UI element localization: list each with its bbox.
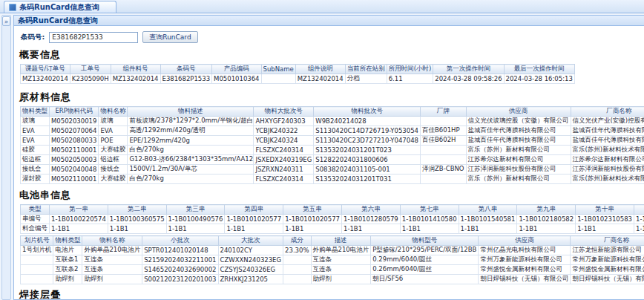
column-header[interactable]: 厂牌	[421, 107, 467, 117]
table-row[interactable]: 互联条1互连条S21592024032211001CZWXXN240323EG互…	[21, 255, 644, 265]
cell: 助焊剂	[53, 275, 82, 284]
column-header[interactable]: 组件说明	[295, 65, 345, 74]
column-header[interactable]: 所用时间(小时)	[387, 65, 433, 74]
column-header[interactable]: 供应商	[479, 236, 571, 246]
table-row[interactable]: 串编号1-1B01002205741-1B01003605751-1B01004…	[21, 215, 644, 224]
column-header[interactable]: 组件料号	[111, 65, 160, 74]
table-row[interactable]: 助焊剂助焊剂S00212023120201003ZRHXKJ231205助焊剂朝…	[21, 275, 644, 284]
cell: ZRHXKJ231205	[218, 275, 283, 284]
column-header[interactable]: 第一次操作时间	[433, 65, 504, 74]
cell: 1-1B1	[225, 224, 283, 234]
column-header[interactable]: 小批次	[142, 236, 218, 246]
column-header[interactable]: 物料名称	[82, 236, 142, 246]
cell: 江苏希尔达新材料有限公司	[466, 155, 571, 165]
column-header[interactable]: 物料类型	[21, 107, 50, 117]
panel-title: 条码RunCard信息查询	[18, 16, 98, 25]
table-row[interactable]: EVAM0502080033POEEPE/1292mm/420gYCBJK240…	[21, 136, 644, 146]
cell: 1-1B0101020577	[225, 215, 283, 224]
cell: S13532024031201T023	[314, 146, 421, 155]
column-header[interactable]: 物料批次号	[314, 107, 421, 117]
column-header[interactable]: 第四串	[225, 205, 283, 215]
table-row[interactable]: 接线盒M0502040048接线盒1500V/1.2m/30A/单芯JSZRXN…	[21, 165, 644, 175]
table-row[interactable]: 料盒编号1-1B11-1B11-1B11-1B11-1B11-1B11-1B11…	[21, 224, 644, 234]
column-header[interactable]: 第九串	[517, 205, 576, 215]
cell: 泽润ZB-CBNO	[421, 165, 467, 175]
column-header[interactable]: 物料描述	[128, 107, 254, 117]
column-header[interactable]: 第七串	[400, 205, 459, 215]
column-header[interactable]: 成分	[283, 236, 311, 246]
table-row[interactable]: 互联条2互连条S14652024032690002CZSYJS240326EG互…	[21, 265, 644, 275]
cell: 江苏龙恒新能源有限公司	[571, 246, 644, 255]
cell	[261, 74, 295, 84]
column-header[interactable]: 第三串	[166, 205, 225, 215]
column-header[interactable]: 供应商	[466, 107, 571, 117]
materials-table: 物料类型ERP物料代码物料名称物料描述物料大批次号物料批次号厂牌供应商厂商名称T…	[20, 106, 644, 184]
query-runcard-button[interactable]: 查询RunCard	[142, 31, 197, 43]
column-header[interactable]: 第十一串	[634, 205, 644, 215]
table-row[interactable]: MZ132402014K2305090HMZ132402014E381682P1…	[21, 74, 575, 84]
column-header[interactable]: 物料大批次号	[254, 107, 314, 117]
barcode-input[interactable]	[49, 32, 138, 43]
column-header[interactable]: SubName	[261, 65, 295, 74]
cell: S1130420C23D727210-Y047048	[314, 136, 421, 146]
column-header[interactable]: 大批次	[218, 236, 283, 246]
table-row[interactable]: EVAM0502070064EVA高透/1292mm/420g/透明YCBJK2…	[21, 126, 644, 136]
table-row[interactable]: 硅胶M0502110001大赛硅胶白色/270kgFLSZXC240314S13…	[21, 146, 644, 155]
tab-runcard-query[interactable]: 条码RunCard信息查询	[4, 1, 116, 13]
cell: 常州亿晶光电科技有限公司	[479, 246, 571, 255]
column-header[interactable]: 物料名称	[99, 107, 128, 117]
cell	[21, 275, 53, 284]
column-header[interactable]: 当前所在站别	[345, 65, 387, 74]
column-header[interactable]: 第六串	[341, 205, 400, 215]
cell: 1-1B1	[283, 224, 342, 234]
column-header[interactable]: 最后一次操作时间	[504, 65, 574, 74]
column-header[interactable]: 条码号	[160, 65, 212, 74]
column-header[interactable]: ERP物料代码	[50, 107, 99, 117]
table-row[interactable]: 1号划片机电池片外购单晶210电池片SPTR012401020148240102…	[21, 246, 644, 255]
cell: EVA	[99, 126, 128, 136]
column-header[interactable]: 课题号/订单号	[21, 65, 70, 74]
cell: 23.30%	[283, 246, 311, 255]
cell: 白色/270kg	[128, 175, 254, 184]
cell: P型掺镓/210*295/PERC/双面/12BB	[371, 246, 479, 255]
cell: 朝日焊锡科技（无锡）有限公司	[479, 275, 571, 284]
cell: 朝日/SF56	[371, 275, 479, 284]
cell: EPE/1292mm/420g	[128, 136, 254, 146]
table-row[interactable]: 玻璃M0502030019玻璃前板玻璃/2378*1297*2.0mm/半钢化/…	[21, 117, 644, 126]
cell: M0502070064	[50, 126, 99, 136]
cell: 2024-03-28 16:05:13	[504, 74, 574, 84]
cell: S00212023120201003	[142, 275, 218, 284]
column-header[interactable]: 物料型号	[371, 236, 479, 246]
expand-double-arrow-icon[interactable]: »	[2, 16, 10, 26]
cell: 助焊剂	[311, 275, 371, 284]
column-header[interactable]: 第十串	[576, 205, 634, 215]
column-header[interactable]: 物料类型	[53, 236, 82, 246]
column-header[interactable]: 第一串	[50, 205, 108, 215]
cell: 0.26mm/6040/圆丝	[371, 265, 479, 275]
column-header[interactable]: 工单号	[70, 65, 111, 74]
section-heading-welding: 焊接层叠	[19, 288, 644, 299]
column-header[interactable]: 第五串	[283, 205, 342, 215]
cell: 接线盒	[99, 165, 128, 175]
column-header[interactable]: 产品编码	[212, 65, 261, 74]
main-panel: 条码RunCard信息查询 条码号: 查询RunCard 概要信息 课题号/订单…	[13, 15, 644, 300]
cell: 灌封胶	[21, 175, 50, 184]
runcard-tab-icon	[9, 4, 16, 11]
cell: 盐城百佳年代薄膜科技有限公司	[466, 136, 571, 146]
table-row[interactable]: 灌封胶M0502110001大赛硅胶白色/270kgFLSZXC240314S1…	[21, 175, 644, 184]
cell: G12-B03-济66/2384*1303*35mm/AA12/6005	[128, 155, 254, 165]
cell: 6.11	[387, 74, 433, 84]
cell: S08382024031105-001	[314, 165, 421, 175]
cell: JSXEDX240319EG	[254, 155, 314, 165]
column-header[interactable]: 厂商名称	[571, 107, 644, 117]
cell	[21, 265, 53, 275]
table-row[interactable]: 铝边框M0502050003铝边框G12-B03-济66/2384*1303*3…	[21, 155, 644, 165]
column-header[interactable]: 类型	[21, 205, 50, 215]
cell: 1-1B1	[634, 224, 644, 234]
column-header[interactable]: 厂商名称	[571, 236, 644, 246]
column-header[interactable]: 第八串	[459, 205, 517, 215]
column-header[interactable]: 划片机号	[21, 236, 53, 246]
column-header[interactable]: 第二串	[108, 205, 166, 215]
cell: 接线盒	[21, 165, 50, 175]
column-header[interactable]: 描述	[311, 236, 371, 246]
